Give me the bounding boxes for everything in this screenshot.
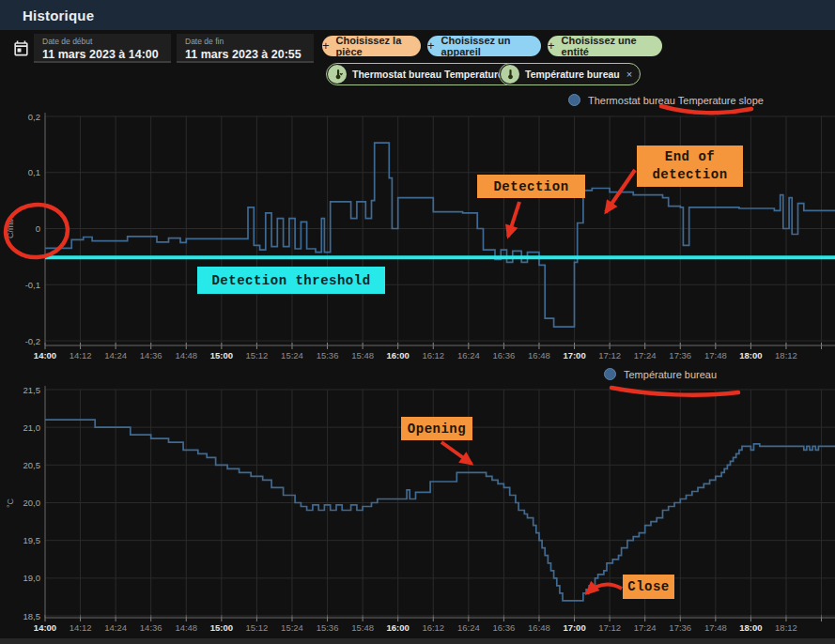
- bottom-scrollbar-track[interactable]: [0, 638, 835, 644]
- annotation-close: Close: [623, 575, 674, 599]
- svg-text:14:24: 14:24: [104, 622, 127, 633]
- svg-text:17:24: 17:24: [634, 350, 657, 360]
- svg-text:0,1: 0,1: [28, 167, 40, 177]
- svg-text:18:12: 18:12: [775, 350, 797, 360]
- annotation-detection-label: Detection: [493, 179, 568, 194]
- svg-text:16:12: 16:12: [422, 350, 444, 360]
- svg-text:21,5: 21,5: [23, 385, 41, 395]
- choose-area-chip[interactable]: + Choisissez la pièce: [322, 36, 421, 56]
- svg-text:19,5: 19,5: [23, 535, 41, 545]
- svg-text:-0,1: -0,1: [25, 280, 40, 290]
- svg-text:18:00: 18:00: [739, 350, 762, 360]
- annotation-close-label: Close: [627, 579, 670, 594]
- svg-text:19,0: 19,0: [23, 573, 41, 583]
- svg-text:14:00: 14:00: [34, 622, 56, 633]
- svg-text:0,2: 0,2: [28, 112, 40, 122]
- svg-text:16:48: 16:48: [528, 350, 550, 360]
- entity-chip-label: Température bureau: [525, 69, 620, 80]
- plus-icon: +: [427, 38, 435, 53]
- legend-temperature-slope[interactable]: Thermostat bureau Temperature slope: [568, 94, 764, 106]
- legend-dot-icon: [568, 94, 580, 106]
- svg-text:16:24: 16:24: [457, 350, 480, 360]
- svg-text:15:24: 15:24: [281, 622, 303, 633]
- choose-device-chip[interactable]: + Choisissez un appareil: [427, 36, 541, 56]
- svg-text:16:00: 16:00: [387, 622, 410, 633]
- date-end-field[interactable]: Date de fin 11 mars 2023 à 20:55: [177, 34, 314, 63]
- thermometer-chevron-down-icon: [328, 65, 347, 84]
- thermometer-icon: [501, 65, 519, 84]
- plus-icon: +: [322, 38, 330, 53]
- svg-text:17:12: 17:12: [598, 350, 621, 360]
- entity-chip-temperature-bureau[interactable]: Température bureau ×: [499, 63, 641, 85]
- svg-text:15:48: 15:48: [351, 622, 374, 633]
- annotation-end-label: End of detection: [652, 148, 727, 184]
- choose-device-label: Choisissez un appareil: [441, 35, 541, 57]
- svg-text:15:12: 15:12: [246, 622, 269, 633]
- svg-text:18:00: 18:00: [739, 622, 762, 633]
- date-end-value: 11 mars 2023 à 20:55: [185, 48, 314, 61]
- plus-icon: +: [548, 38, 555, 53]
- svg-text:15:36: 15:36: [317, 622, 339, 633]
- app-header: Historique: [0, 0, 835, 30]
- annotation-end-line2: detection: [652, 166, 727, 184]
- legend-label: Température bureau: [624, 369, 717, 380]
- svg-text:14:48: 14:48: [175, 622, 197, 633]
- legend-temperature-bureau[interactable]: Température bureau: [604, 368, 717, 380]
- date-start-value: 11 mars 2023 à 14:00: [42, 48, 171, 61]
- svg-text:14:12: 14:12: [70, 350, 92, 360]
- svg-text:15:48: 15:48: [351, 350, 374, 360]
- svg-text:14:48: 14:48: [175, 350, 197, 360]
- svg-text:16:36: 16:36: [493, 350, 516, 360]
- svg-text:15:00: 15:00: [210, 622, 233, 633]
- svg-text:20,5: 20,5: [23, 460, 41, 470]
- annotation-opening: Opening: [401, 417, 472, 440]
- svg-text:-0,2: -0,2: [25, 336, 40, 346]
- svg-text:17:24: 17:24: [634, 622, 657, 633]
- choose-entity-label: Choisissez une entité: [562, 35, 662, 57]
- svg-text:15:00: 15:00: [210, 350, 233, 360]
- svg-text:20,0: 20,0: [23, 498, 41, 508]
- svg-text:16:00: 16:00: [387, 350, 410, 360]
- svg-text:18,5: 18,5: [23, 611, 41, 621]
- annotation-detection: Detection: [477, 175, 585, 198]
- svg-text:14:36: 14:36: [140, 622, 162, 633]
- svg-text:15:12: 15:12: [246, 350, 269, 360]
- calendar-icon-glyph: [12, 39, 30, 57]
- calendar-icon[interactable]: [9, 37, 32, 59]
- annotation-end-line1: End of: [652, 148, 727, 166]
- date-start-field[interactable]: Date de début 11 mars 2023 à 14:00: [34, 34, 171, 63]
- svg-text:0: 0: [36, 223, 40, 234]
- annotation-end-of-detection: End of detection: [637, 146, 743, 187]
- svg-text:17:36: 17:36: [669, 350, 691, 360]
- svg-text:17:00: 17:00: [563, 622, 585, 633]
- svg-text:14:36: 14:36: [140, 350, 162, 360]
- svg-text:15:36: 15:36: [317, 350, 339, 360]
- close-icon[interactable]: ×: [626, 69, 632, 80]
- svg-text:18:12: 18:12: [775, 622, 797, 633]
- svg-text:16:12: 16:12: [422, 622, 444, 633]
- svg-text:21,0: 21,0: [23, 422, 41, 433]
- annotation-detection-threshold: Detection threshold: [197, 267, 385, 294]
- date-end-label: Date de fin: [185, 37, 314, 46]
- page-title: Historique: [23, 8, 94, 23]
- legend-dot-icon: [604, 368, 616, 380]
- annotation-threshold-label: Detection threshold: [211, 273, 370, 288]
- svg-text:16:24: 16:24: [457, 622, 480, 633]
- svg-text:14:00: 14:00: [34, 350, 56, 360]
- svg-text:15:24: 15:24: [281, 350, 303, 360]
- annotation-opening-label: Opening: [408, 422, 466, 437]
- svg-text:14:12: 14:12: [70, 622, 92, 633]
- svg-text:17:36: 17:36: [669, 622, 691, 633]
- svg-text:16:48: 16:48: [528, 622, 550, 633]
- svg-text:14:24: 14:24: [104, 350, 127, 360]
- svg-text:16:36: 16:36: [493, 622, 516, 633]
- choose-area-label: Choisissez la pièce: [336, 35, 421, 57]
- svg-text:17:48: 17:48: [704, 350, 727, 360]
- svg-text:17:48: 17:48: [704, 622, 727, 633]
- svg-text:°C/min: °C/min: [6, 216, 15, 241]
- date-start-label: Date de début: [42, 37, 171, 46]
- svg-text:°C: °C: [6, 498, 15, 508]
- choose-entity-chip[interactable]: + Choisissez une entité: [548, 36, 662, 56]
- svg-text:17:12: 17:12: [598, 622, 621, 633]
- svg-text:17:00: 17:00: [563, 350, 585, 360]
